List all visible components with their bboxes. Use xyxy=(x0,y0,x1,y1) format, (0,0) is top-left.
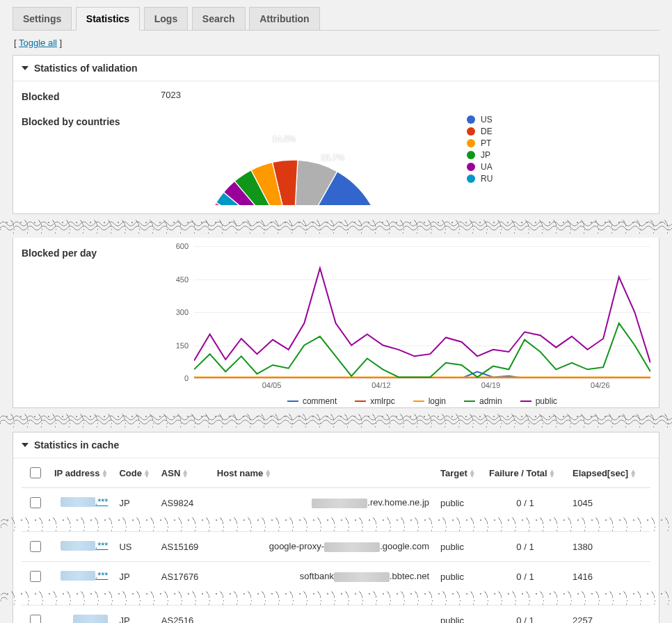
legend-dash-icon xyxy=(287,400,298,402)
legend-item: login xyxy=(413,396,446,406)
legend-label: PT xyxy=(481,138,491,148)
y-tick: 150 xyxy=(161,341,189,350)
blocked-per-day-label: Blocked per day xyxy=(22,246,161,259)
pie-chart: 33.7% 14.6% xyxy=(202,115,383,205)
sort-icon: ▲▼ xyxy=(630,469,637,478)
line-chart: 0150300450600 04/0504/1204/1904/26 comme… xyxy=(161,246,650,399)
cell-asn: AS15169 xyxy=(156,532,211,562)
panel-cache: Statistics in cache IP address▲▼ Code▲▼ … xyxy=(13,432,659,623)
col-failure-total[interactable]: Failure / Total▲▼ xyxy=(483,458,567,488)
tab-attribution[interactable]: Attribution xyxy=(249,7,320,30)
cell-failure-total: 0 / 1 xyxy=(483,488,567,518)
host-suffix: .google.com xyxy=(380,541,429,551)
caret-down-icon xyxy=(22,443,29,447)
gridline xyxy=(194,378,650,379)
tab-logs[interactable]: Logs xyxy=(144,7,188,30)
cell-host: softbank.bbtec.net xyxy=(211,562,435,592)
col-target[interactable]: Target▲▼ xyxy=(435,458,483,488)
cell-asn: AS9824 xyxy=(156,488,211,518)
y-tick: 0 xyxy=(161,374,189,382)
cell-failure-total: 0 / 1 xyxy=(483,606,567,624)
cell-target: public xyxy=(435,562,483,592)
legend-item: JP xyxy=(467,150,493,160)
redacted-host xyxy=(334,572,390,582)
tab-search[interactable]: Search xyxy=(192,7,246,30)
cell-asn: AS17676 xyxy=(156,562,211,592)
panel-validation-header[interactable]: Statistics of validation xyxy=(13,56,659,81)
sort-icon: ▲▼ xyxy=(264,469,271,478)
y-tick: 600 xyxy=(161,242,189,250)
ip-link[interactable]: .*** xyxy=(61,570,109,581)
legend-label: login xyxy=(429,396,446,406)
legend-item: xmlrpc xyxy=(355,396,394,406)
row-checkbox[interactable] xyxy=(30,615,41,623)
legend-swatch-icon xyxy=(467,139,475,147)
panel-cache-header[interactable]: Statistics in cache xyxy=(13,432,659,458)
cell-elapsed: 1416 xyxy=(567,562,650,592)
table-row: .***JPAS17676softbank.bbtec.netpublic0 /… xyxy=(22,562,650,592)
cell-target: public xyxy=(435,606,483,624)
legend-dash-icon xyxy=(355,400,366,402)
cell-host xyxy=(211,606,435,624)
legend-item: RU xyxy=(467,174,493,184)
cell-elapsed: 1045 xyxy=(567,488,650,518)
row-checkbox[interactable] xyxy=(30,497,41,508)
redacted-host xyxy=(324,542,380,552)
ip-suffix: .*** xyxy=(95,496,109,507)
blocked-label: Blocked xyxy=(22,90,161,102)
blocked-by-countries-label: Blocked by countries xyxy=(22,115,161,127)
cell-code: JP xyxy=(113,562,155,592)
row-checkbox[interactable] xyxy=(30,571,41,582)
legend-item: comment xyxy=(287,396,337,406)
redacted-host xyxy=(312,499,367,508)
ip-link[interactable] xyxy=(73,615,108,624)
wavy-separator-icon xyxy=(0,414,672,428)
select-all-checkbox[interactable] xyxy=(30,467,41,478)
col-host[interactable]: Host name▲▼ xyxy=(211,458,435,488)
toggle-all-wrap: [ Toggle all ] xyxy=(14,38,659,48)
legend-label: public xyxy=(536,396,557,406)
legend-label: DE xyxy=(481,127,493,136)
y-tick: 450 xyxy=(161,275,189,284)
legend-label: UA xyxy=(481,162,493,172)
x-tick: 04/19 xyxy=(481,381,501,389)
legend-item: UA xyxy=(467,162,493,172)
x-tick: 04/26 xyxy=(591,381,610,389)
col-ip[interactable]: IP address▲▼ xyxy=(49,458,113,488)
legend-item: admin xyxy=(464,396,502,406)
host-suffix: .bbtec.net xyxy=(390,571,429,581)
sort-icon: ▲▼ xyxy=(143,469,150,478)
cell-failure-total: 0 / 1 xyxy=(483,532,567,562)
legend-item: US xyxy=(467,115,493,124)
legend-item: PT xyxy=(467,138,493,148)
x-tick: 04/12 xyxy=(371,381,391,389)
pie-label-other: 14.6% xyxy=(272,134,296,144)
table-row: .***USAS15169google-proxy-.google.compub… xyxy=(22,532,650,562)
y-tick: 300 xyxy=(161,308,189,316)
legend-label: xmlrpc xyxy=(370,396,394,406)
cell-asn: AS2516 xyxy=(156,606,211,624)
panel-validation-title: Statistics of validation xyxy=(34,63,138,74)
col-asn[interactable]: ASN▲▼ xyxy=(156,458,211,488)
redacted-ip xyxy=(61,541,95,551)
legend-swatch-icon xyxy=(467,163,475,171)
pie-label-us: 33.7% xyxy=(321,153,344,163)
ip-link[interactable]: .*** xyxy=(61,540,109,551)
cache-table: IP address▲▼ Code▲▼ ASN▲▼ Host name▲▼ Ta… xyxy=(22,458,650,623)
panel-validation-cont: Blocked per day 0150300450600 04/0504/12… xyxy=(13,238,659,408)
host-prefix: softbank xyxy=(300,571,334,581)
tab-settings[interactable]: Settings xyxy=(13,7,72,30)
toggle-all-link[interactable]: Toggle all xyxy=(19,38,57,48)
table-row: JPAS2516public0 / 12257 xyxy=(22,606,650,624)
col-code[interactable]: Code▲▼ xyxy=(113,458,155,488)
ip-link[interactable]: .*** xyxy=(61,496,109,507)
cell-code: JP xyxy=(113,606,155,624)
row-checkbox[interactable] xyxy=(30,541,41,552)
panel-cache-title: Statistics in cache xyxy=(34,439,119,451)
col-elapsed[interactable]: Elapsed[sec]▲▼ xyxy=(567,458,650,488)
ip-suffix: .*** xyxy=(95,570,109,581)
legend-item: DE xyxy=(467,127,493,136)
tab-statistics[interactable]: Statistics xyxy=(76,7,140,31)
legend-swatch-icon xyxy=(467,115,475,124)
legend-swatch-icon xyxy=(467,151,475,159)
